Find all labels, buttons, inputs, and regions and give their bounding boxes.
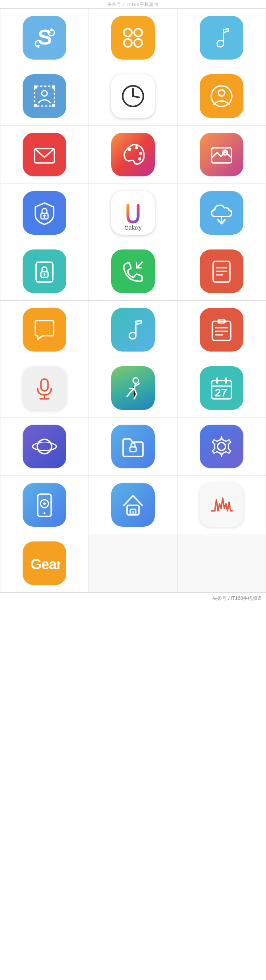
cell-music-player xyxy=(89,301,177,359)
icon-sound-detector xyxy=(200,483,243,527)
svg-point-18 xyxy=(218,90,225,96)
cell-smart-switch xyxy=(177,184,266,242)
cell-music xyxy=(177,9,266,67)
icon-music-player xyxy=(111,308,155,352)
cell-themes xyxy=(89,126,177,184)
icon-gallery xyxy=(200,133,243,176)
icon-bixby-voice xyxy=(23,366,66,410)
cell-find-my-mobile xyxy=(0,476,89,534)
svg-point-48 xyxy=(133,378,139,383)
svg-point-61 xyxy=(44,512,46,514)
icon-grid: S xyxy=(0,8,266,593)
icon-secure-lock xyxy=(23,249,66,293)
cell-empty-2 xyxy=(177,534,266,593)
icon-samsung-home: S xyxy=(111,483,155,527)
svg-rect-56 xyxy=(130,447,136,452)
svg-point-8 xyxy=(42,91,47,96)
icon-contacts xyxy=(200,74,243,118)
icon-private-mode xyxy=(111,425,155,468)
icon-swype: S xyxy=(23,16,66,60)
cell-clock xyxy=(89,67,177,126)
cell-secure-lock xyxy=(0,242,89,301)
svg-point-20 xyxy=(128,148,131,151)
icon-find-my-mobile xyxy=(23,483,66,527)
icon-clipboard-notes xyxy=(200,308,243,352)
svg-rect-34 xyxy=(44,274,45,276)
cell-gear: Gear xyxy=(0,534,89,593)
icon-phone-incoming xyxy=(111,249,155,293)
svg-rect-28 xyxy=(44,216,45,218)
svg-point-4 xyxy=(134,29,142,37)
svg-point-5 xyxy=(124,39,132,47)
cell-calendar: 27 xyxy=(177,359,266,418)
svg-point-21 xyxy=(135,146,138,149)
svg-text:Gear: Gear xyxy=(31,556,60,572)
svg-rect-11 xyxy=(34,104,37,107)
icon-smart-select xyxy=(23,74,66,118)
svg-point-3 xyxy=(124,29,132,37)
cell-email xyxy=(0,126,89,184)
svg-point-6 xyxy=(134,39,142,47)
svg-line-35 xyxy=(137,262,142,268)
cell-apps xyxy=(89,9,177,67)
icon-calendar: 27 xyxy=(200,366,243,410)
icon-music xyxy=(200,16,243,60)
icon-memo xyxy=(200,249,243,293)
footer: 头条号 / IT168手机频道 xyxy=(0,593,266,603)
svg-rect-9 xyxy=(34,85,37,89)
svg-point-22 xyxy=(139,152,142,155)
svg-point-60 xyxy=(43,503,46,505)
icon-gear: Gear xyxy=(23,541,66,585)
cell-empty-1 xyxy=(89,534,177,593)
icon-themes xyxy=(111,133,155,176)
icon-apps xyxy=(111,16,155,60)
cell-secure-folder-shield xyxy=(0,184,89,242)
icon-secure-folder-shield xyxy=(23,191,66,235)
icon-settings xyxy=(200,425,243,468)
icon-clock xyxy=(111,74,155,118)
cell-swype: S xyxy=(0,9,89,67)
watermark-top: 头条号 / IT168手机频道 xyxy=(0,0,266,8)
icon-messages xyxy=(23,308,66,352)
svg-point-54 xyxy=(37,439,52,454)
icon-email xyxy=(23,133,66,176)
cell-sound-detector xyxy=(177,476,266,534)
svg-text:S: S xyxy=(131,510,134,515)
svg-rect-45 xyxy=(41,379,48,391)
cell-galaxy-apps: Galaxy Galaxy xyxy=(89,184,177,242)
icon-galaxy-store xyxy=(23,425,66,468)
svg-rect-12 xyxy=(52,104,55,107)
icon-s-health xyxy=(111,366,155,410)
cell-memo xyxy=(177,242,266,301)
svg-text:27: 27 xyxy=(215,387,227,399)
cell-contacts xyxy=(177,67,266,126)
cell-samsung-home: S xyxy=(89,476,177,534)
cell-smart-select xyxy=(0,67,89,126)
cell-messages xyxy=(0,301,89,359)
icon-smart-switch xyxy=(200,191,243,235)
svg-point-23 xyxy=(138,157,141,160)
svg-rect-10 xyxy=(52,85,55,89)
cell-s-health xyxy=(89,359,177,418)
cell-phone-incoming xyxy=(89,242,177,301)
cell-gallery xyxy=(177,126,266,184)
cell-clipboard-notes xyxy=(177,301,266,359)
cell-settings xyxy=(177,418,266,476)
cell-galaxy-store xyxy=(0,418,89,476)
cell-bixby-voice xyxy=(0,359,89,418)
icon-galaxy-apps: Galaxy Galaxy xyxy=(111,191,155,235)
svg-point-16 xyxy=(132,95,134,97)
svg-point-57 xyxy=(218,443,226,450)
cell-private-mode xyxy=(89,418,177,476)
